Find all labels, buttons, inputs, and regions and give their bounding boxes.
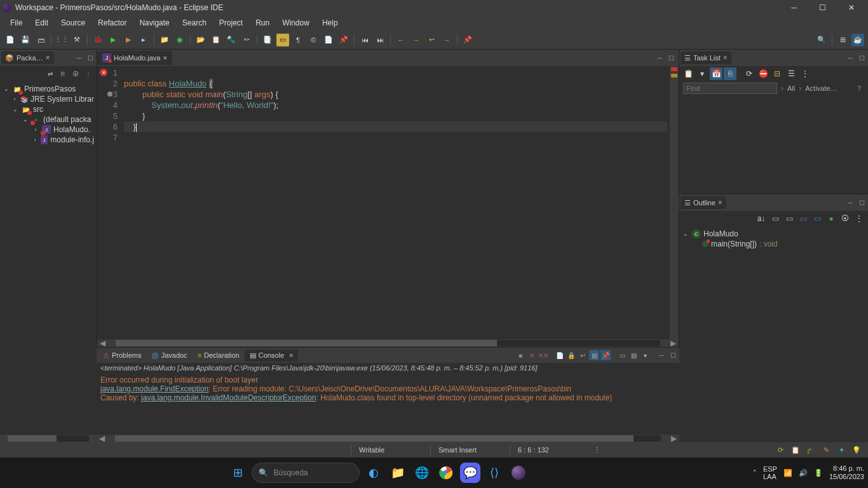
tip-icon[interactable]: 💡: [851, 445, 862, 455]
show-whitespace-button[interactable]: ¶: [292, 34, 304, 46]
hide-static-button[interactable]: ▭: [783, 212, 796, 225]
updates-icon[interactable]: ⟳: [775, 445, 785, 455]
maximize-view-button[interactable]: ☐: [857, 53, 867, 63]
outline-menu-button[interactable]: ⋮: [853, 212, 865, 225]
maximize-bottom-button[interactable]: ☐: [668, 350, 678, 360]
project-node[interactable]: ⌄ 📁 PrimerosPasos: [1, 84, 95, 94]
filter-button[interactable]: ☰: [785, 67, 797, 80]
minimize-button[interactable]: ─: [780, 0, 808, 15]
hide-completed-button[interactable]: ⛔: [757, 67, 770, 80]
code-editor[interactable]: public class HolaMudo { public static vo…: [121, 66, 670, 339]
hide-nonpublic-button[interactable]: ▭: [797, 212, 810, 225]
pin-console-button[interactable]: 📌: [600, 350, 611, 360]
menu-project[interactable]: Project: [213, 17, 249, 29]
open-console-button[interactable]: ▤: [628, 350, 639, 360]
ruler-warning-mark[interactable]: [671, 74, 677, 78]
debug-button[interactable]: 🐞: [92, 34, 104, 46]
menu-edit[interactable]: Edit: [29, 17, 55, 29]
task-find-input[interactable]: [683, 83, 777, 94]
menu-run[interactable]: Run: [249, 17, 276, 29]
system-clock[interactable]: 8:46 p. m. 15/06/2023: [829, 464, 864, 481]
open-perspective-button[interactable]: ⊞: [836, 34, 849, 46]
focus-workweek-button[interactable]: ⎘: [724, 67, 736, 80]
samples-icon[interactable]: 🎓: [806, 445, 816, 455]
prev-edit-button[interactable]: ⏮: [358, 34, 371, 46]
exception-link[interactable]: java.lang.module.InvalidModuleDescriptor…: [141, 393, 316, 402]
categorize-button[interactable]: ▾: [696, 67, 709, 80]
next-annotation-button[interactable]: ⏭: [374, 34, 386, 46]
maximize-editor-button[interactable]: ☐: [666, 53, 676, 63]
link-editor-button[interactable]: ⦿: [839, 212, 851, 225]
run-last-button[interactable]: ▸: [137, 34, 150, 46]
taskbar-search[interactable]: 🔍 Búsqueda: [252, 463, 360, 483]
minimize-bottom-button[interactable]: ─: [656, 350, 667, 360]
hide-fields-button[interactable]: ▭: [769, 212, 782, 225]
next-button[interactable]: →: [440, 34, 453, 46]
run-button[interactable]: ▶: [107, 34, 119, 46]
display-console-button[interactable]: ▭: [617, 350, 627, 360]
whatsnew-icon[interactable]: ✦: [836, 445, 846, 455]
scroll-lock-button[interactable]: 🔒: [566, 350, 576, 360]
clear-console-button[interactable]: 📄: [555, 350, 565, 360]
coverage-button[interactable]: ▶: [122, 34, 135, 46]
remove-all-button[interactable]: ✕✕: [538, 350, 548, 360]
new-button[interactable]: 📄: [4, 34, 17, 46]
scheduled-button[interactable]: 📅: [710, 67, 722, 80]
ruler-error-mark[interactable]: [671, 67, 677, 71]
outline-method-node[interactable]: main(String[]) : void: [682, 239, 865, 249]
save-all-button[interactable]: 🗃: [34, 34, 47, 46]
close-icon[interactable]: ×: [163, 54, 166, 62]
editor-tab-holamudo[interactable]: J HolaMudo.java ×: [97, 51, 172, 65]
tab-package-explorer[interactable]: 📦 Packa… ×: [1, 51, 54, 64]
java-perspective-button[interactable]: ☕: [851, 34, 864, 46]
overview-ruler[interactable]: [670, 66, 679, 339]
open-type-button[interactable]: 📂: [194, 34, 207, 46]
remove-launch-button[interactable]: ✕: [527, 350, 537, 360]
minimize-view-button[interactable]: ─: [845, 198, 855, 208]
link-editor-button[interactable]: ⎘: [57, 68, 69, 79]
vscode-icon[interactable]: ⟨⟩: [484, 463, 505, 483]
hide-local-button[interactable]: ▭: [811, 212, 824, 225]
holamudo-file-node[interactable]: › J HolaMudo.: [1, 125, 95, 135]
task-menu-button[interactable]: ⋮: [799, 67, 811, 80]
back-button[interactable]: ←: [395, 34, 407, 46]
toggle-mark-button[interactable]: 📑: [261, 34, 274, 46]
close-icon[interactable]: ×: [289, 351, 293, 359]
view-menu-button[interactable]: ⋮: [83, 68, 94, 79]
pin-button[interactable]: 📌: [337, 34, 350, 46]
discord-icon[interactable]: 💬: [460, 463, 480, 483]
tab-outline[interactable]: ☰ Outline ×: [681, 196, 726, 209]
exception-link[interactable]: java.lang.module.FindException: [100, 384, 208, 393]
tab-javadoc[interactable]: @Javadoc: [146, 349, 192, 361]
build-button[interactable]: ⚒: [71, 34, 83, 46]
task-all-link[interactable]: All: [787, 85, 795, 92]
console-hscroll[interactable]: ◀ ▶: [97, 435, 679, 442]
task-activate-link[interactable]: Activate…: [805, 85, 837, 92]
forward-button[interactable]: →: [410, 34, 423, 46]
open-task-button[interactable]: 📋: [210, 34, 222, 46]
sort-button[interactable]: a↓: [755, 212, 768, 225]
default-package-node[interactable]: ⌄ ▫ (default packa: [1, 114, 95, 125]
menu-refactor[interactable]: Refactor: [92, 17, 133, 29]
maximize-button[interactable]: ☐: [808, 0, 837, 15]
save-button[interactable]: 💾: [19, 34, 32, 46]
package-explorer-hscroll[interactable]: [0, 435, 97, 442]
tab-console[interactable]: ▤Console×: [245, 349, 299, 362]
tab-declaration[interactable]: ≡Declaration: [193, 349, 245, 361]
word-wrap-button[interactable]: ↩: [578, 350, 588, 360]
show-console-button[interactable]: ▤: [589, 350, 599, 360]
minimize-view-button[interactable]: ─: [845, 53, 855, 63]
outline-class-node[interactable]: ⌄ C HolaMudo: [682, 229, 865, 239]
menu-navigate[interactable]: Navigate: [133, 17, 175, 29]
overview-icon[interactable]: ✎: [821, 445, 831, 455]
maximize-view-button[interactable]: ☐: [85, 53, 95, 63]
new-package-button[interactable]: ◉: [173, 34, 186, 46]
menu-help[interactable]: Help: [316, 17, 344, 29]
quick-access-button[interactable]: 🔍: [815, 34, 828, 46]
jre-library-node[interactable]: › 📚 JRE System Librar: [1, 94, 95, 104]
language-indicator[interactable]: ESP LAA: [763, 465, 777, 480]
maximize-view-button[interactable]: ☐: [857, 198, 867, 208]
close-icon[interactable]: ×: [718, 198, 722, 207]
start-button[interactable]: ⊞: [227, 463, 248, 483]
pin-editor-button[interactable]: 📌: [461, 34, 474, 46]
